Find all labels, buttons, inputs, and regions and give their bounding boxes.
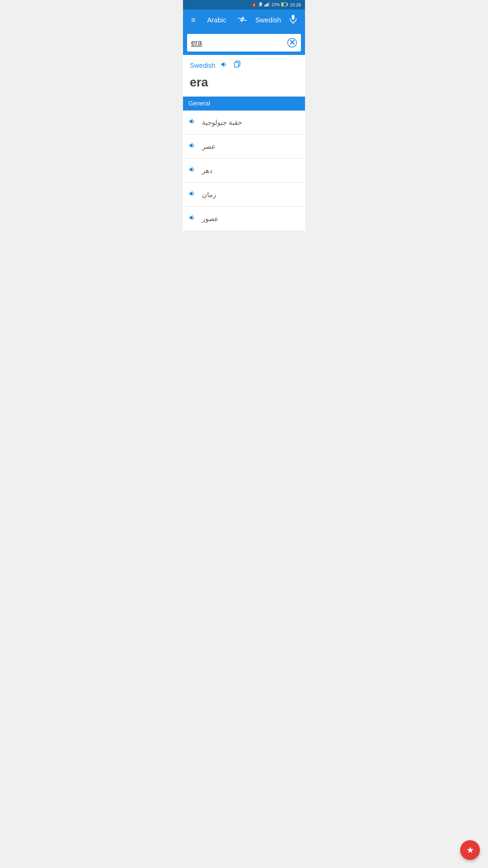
translation-speaker-button[interactable] [188, 165, 197, 176]
translation-word: era [190, 75, 298, 90]
svg-rect-5 [287, 3, 288, 5]
translation-speaker-button[interactable] [188, 141, 197, 152]
status-icons: 🔇 22% 15:28 [251, 2, 301, 8]
language-from[interactable]: Arabic [198, 16, 236, 24]
status-time: 15:28 [290, 2, 301, 7]
svg-rect-2 [267, 3, 268, 6]
translation-text: دهر [202, 166, 212, 175]
card-language-label: Swedish [190, 62, 216, 70]
svg-rect-3 [268, 2, 269, 6]
translation-text: عصور [202, 215, 219, 223]
card-copy-button[interactable] [233, 60, 241, 71]
translation-item: دهر [183, 159, 305, 183]
translation-card-header: Swedish [190, 60, 298, 71]
translation-text: حقبة جيولوجية [202, 118, 242, 126]
translation-text: زمان [202, 191, 216, 199]
section-header: General [183, 97, 305, 111]
battery-icon [281, 2, 288, 7]
translation-text: عصر [202, 142, 216, 151]
language-to[interactable]: Swedish [249, 16, 287, 24]
translation-item: حقبة جيولوجية [183, 111, 305, 135]
translation-speaker-button[interactable] [188, 190, 197, 200]
swap-languages-button[interactable] [235, 14, 249, 27]
card-speaker-button[interactable] [220, 60, 228, 71]
bluetooth-icon [259, 2, 263, 8]
status-bar: 🔇 22% 15:28 [183, 0, 305, 9]
search-box: ✕ [187, 34, 301, 52]
mic-button[interactable] [287, 12, 300, 28]
battery-percentage: 22% [271, 2, 280, 7]
menu-button[interactable]: ≡ [188, 13, 198, 27]
signal-icon [264, 2, 270, 7]
search-clear-button[interactable]: ✕ [287, 38, 297, 47]
mute-icon: 🔇 [251, 2, 257, 7]
app-bar: ≡ Arabic Swedish [183, 9, 305, 31]
svg-rect-6 [282, 3, 284, 6]
translation-card: Swedish era [183, 55, 305, 97]
translation-item: زمان [183, 183, 305, 207]
svg-rect-1 [266, 4, 267, 6]
translation-speaker-button[interactable] [188, 117, 197, 127]
svg-rect-0 [264, 5, 265, 6]
translation-list: حقبة جيولوجية عصر دهر زمان [183, 111, 305, 231]
search-input[interactable] [191, 38, 287, 47]
svg-rect-7 [292, 15, 294, 20]
translation-item: عصور [183, 207, 305, 231]
translation-speaker-button[interactable] [188, 214, 197, 224]
translation-item: عصر [183, 135, 305, 159]
svg-rect-11 [235, 62, 239, 67]
search-container: ✕ [183, 31, 305, 55]
